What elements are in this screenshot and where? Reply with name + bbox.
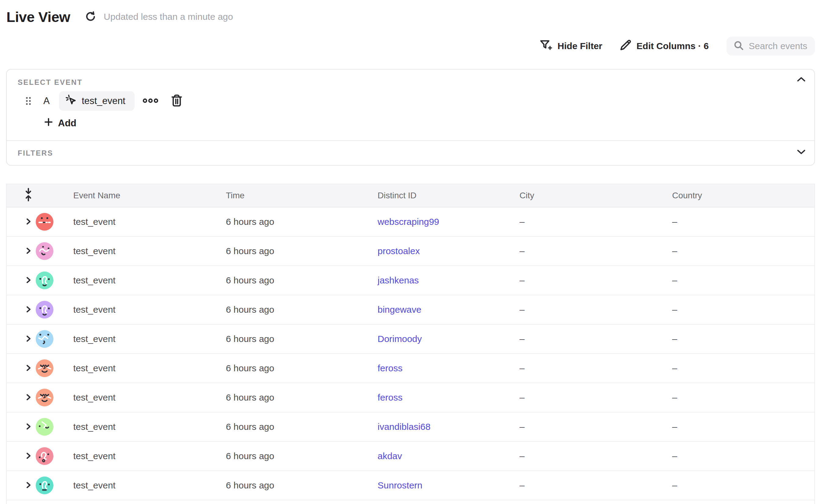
filter-plus-icon — [540, 39, 553, 53]
add-event-button[interactable]: Add — [44, 118, 76, 129]
event-letter: A — [43, 95, 50, 107]
distinct-id-link[interactable]: akdav — [378, 451, 402, 461]
user-avatar — [36, 418, 53, 436]
header-event-name[interactable]: Event Name — [68, 191, 221, 200]
partial-row — [7, 500, 815, 504]
event-time-cell: 6 hours ago — [221, 363, 372, 374]
chevron-right-icon — [24, 247, 32, 256]
country-cell: – — [667, 480, 815, 490]
hide-filter-button[interactable]: Hide Filter — [540, 39, 602, 53]
cursor-click-icon — [65, 94, 76, 108]
event-name-cell: test_event — [68, 246, 221, 256]
user-avatar — [36, 213, 53, 231]
header-city[interactable]: City — [514, 191, 667, 200]
city-cell: – — [514, 217, 667, 227]
user-avatar — [36, 330, 53, 348]
chevron-right-icon — [24, 305, 32, 314]
chevron-right-icon — [24, 217, 32, 227]
page-title: Live View — [6, 8, 70, 25]
live-view-page: Live View Updated less than a minute ago… — [0, 0, 840, 504]
user-avatar — [36, 447, 53, 465]
chevron-right-icon — [24, 452, 32, 461]
expand-row-button[interactable] — [24, 276, 32, 285]
header-distinct-id[interactable]: Distinct ID — [372, 191, 514, 200]
event-time-cell: 6 hours ago — [221, 275, 372, 286]
search-events-input[interactable] — [749, 41, 809, 51]
table-header-row: Event Name Time Distinct ID City Country — [7, 184, 815, 208]
distinct-id-link[interactable]: ivandiblasi68 — [378, 421, 431, 432]
table-row: test_event 6 hours ago jashkenas – – — [7, 266, 815, 295]
user-avatar — [36, 359, 53, 377]
city-cell: – — [514, 363, 667, 374]
event-time-cell: 6 hours ago — [221, 392, 372, 403]
distinct-id-link[interactable]: feross — [378, 392, 403, 402]
event-time-cell: 6 hours ago — [221, 480, 372, 490]
filters-section: FILTERS — [7, 141, 815, 165]
expand-row-button[interactable] — [24, 452, 32, 461]
event-time-cell: 6 hours ago — [221, 246, 372, 256]
chevron-right-icon — [24, 276, 32, 285]
table-row: test_event 6 hours ago webscraping99 – – — [7, 208, 815, 237]
distinct-id-link[interactable]: jashkenas — [378, 275, 419, 285]
search-icon — [734, 40, 743, 52]
user-avatar — [36, 301, 53, 319]
chevron-up-icon — [797, 79, 806, 83]
table-row: test_event 6 hours ago akdav – – — [7, 442, 815, 471]
events-table: Event Name Time Distinct ID City Country… — [6, 184, 815, 504]
selected-event-chip[interactable]: test_event — [59, 91, 135, 111]
drag-handle-icon[interactable] — [25, 96, 32, 106]
city-cell: – — [514, 421, 667, 432]
table-row: test_event 6 hours ago ivandiblasi68 – – — [7, 413, 815, 442]
table-row: test_event 6 hours ago feross – – — [7, 383, 815, 413]
country-cell: – — [667, 363, 815, 374]
distinct-id-link[interactable]: Dorimoody — [378, 334, 422, 344]
event-time-cell: 6 hours ago — [221, 217, 372, 227]
header-time[interactable]: Time — [221, 191, 372, 200]
distinct-id-link[interactable]: webscraping99 — [378, 217, 439, 227]
event-name-cell: test_event — [68, 305, 221, 315]
expand-row-button[interactable] — [24, 393, 32, 402]
country-cell: – — [667, 305, 815, 315]
table-row: test_event 6 hours ago bingewave – – — [7, 295, 815, 325]
country-cell: – — [667, 275, 815, 286]
country-cell: – — [667, 334, 815, 344]
expand-filters-button[interactable] — [797, 149, 806, 156]
title-bar: Live View Updated less than a minute ago — [6, 7, 233, 26]
distinct-id-link[interactable]: feross — [378, 363, 403, 373]
event-name-cell: test_event — [68, 363, 221, 374]
selected-event-name: test_event — [82, 95, 125, 107]
city-cell: – — [514, 480, 667, 490]
refresh-button[interactable] — [85, 11, 96, 23]
header-country[interactable]: Country — [667, 191, 815, 200]
expand-row-button[interactable] — [24, 217, 32, 227]
pencil-icon — [620, 39, 631, 53]
updated-status: Updated less than a minute ago — [104, 12, 233, 22]
search-events-box[interactable] — [727, 37, 815, 55]
expand-row-button[interactable] — [24, 305, 32, 314]
event-name-cell: test_event — [68, 480, 221, 490]
expand-row-button[interactable] — [24, 364, 32, 373]
chevron-right-icon — [24, 364, 32, 373]
event-name-cell: test_event — [68, 275, 221, 286]
event-row: A test_event — [25, 91, 183, 111]
edit-columns-button[interactable]: Edit Columns · 6 — [620, 39, 709, 53]
user-avatar — [36, 242, 53, 260]
collapse-all-button[interactable] — [7, 187, 36, 204]
expand-row-button[interactable] — [24, 422, 32, 431]
distinct-id-link[interactable]: prostoalex — [378, 246, 420, 256]
query-builder-card: SELECT EVENT A — [6, 69, 815, 166]
expand-row-button[interactable] — [24, 335, 32, 343]
delete-event-button[interactable] — [171, 94, 183, 108]
distinct-id-link[interactable]: bingewave — [378, 305, 421, 314]
expand-row-button[interactable] — [24, 481, 32, 490]
edit-columns-label: Edit Columns · 6 — [636, 41, 709, 51]
distinct-id-link[interactable]: Sunrostern — [378, 480, 422, 490]
table-body: test_event 6 hours ago webscraping99 – –… — [7, 208, 815, 500]
event-time-cell: 6 hours ago — [221, 451, 372, 461]
event-time-cell: 6 hours ago — [221, 305, 372, 315]
expand-row-button[interactable] — [24, 247, 32, 256]
collapse-section-button[interactable] — [797, 76, 806, 83]
collapse-rows-icon — [24, 194, 33, 203]
toolbar: Hide Filter Edit Columns · 6 — [540, 36, 815, 56]
event-options-button[interactable] — [142, 97, 158, 105]
